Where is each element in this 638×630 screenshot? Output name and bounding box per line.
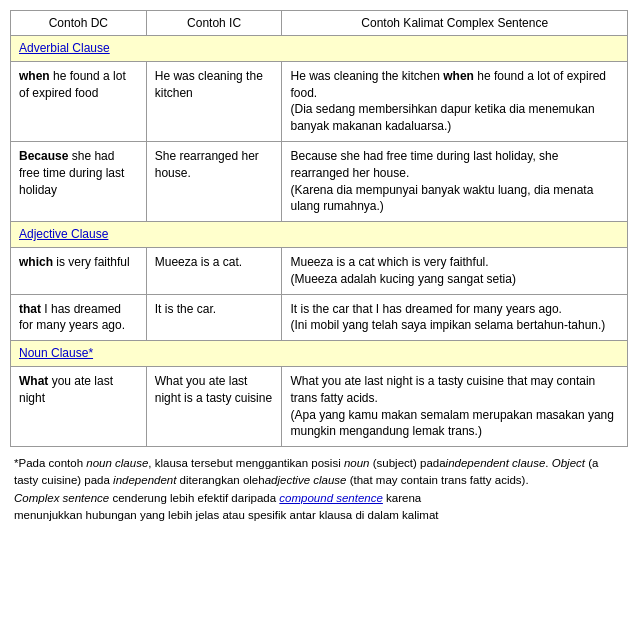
adjective-clause-link[interactable]: Adjective Clause [19, 227, 108, 241]
complex-cell: Mueeza is a cat which is very faithful.(… [282, 247, 628, 294]
complex-cell: What you ate last night is a tasty cuisi… [282, 366, 628, 446]
bold-term: Because [19, 149, 68, 163]
header-dc: Contoh DC [11, 11, 147, 36]
complex-cell: Because she had free time during last ho… [282, 141, 628, 221]
bold-term: when [19, 69, 50, 83]
bold-term: which [19, 255, 53, 269]
adverbial-clause-link[interactable]: Adverbial Clause [19, 41, 110, 55]
complex-cell: He was cleaning the kitchen when he foun… [282, 61, 628, 141]
notes-italic-independent: independent clause [446, 457, 546, 469]
ic-cell: Mueeza is a cat. [146, 247, 282, 294]
header-complex: Contoh Kalimat Complex Sentence [282, 11, 628, 36]
dc-cell: that I has dreamed for many years ago. [11, 294, 147, 341]
notes-italic-noun-clause: noun clause [86, 457, 148, 469]
section-adverbial: Adverbial Clause [11, 36, 628, 62]
notes-link-compound[interactable]: compound sentence [279, 492, 383, 504]
dc-cell: which is very faithful [11, 247, 147, 294]
table-row: What you ate last night What you ate las… [11, 366, 628, 446]
notes-italic-adjective: adjective clause [265, 474, 347, 486]
header-ic: Contoh IC [146, 11, 282, 36]
ic-cell: What you ate last night is a tasty cuisi… [146, 366, 282, 446]
ic-cell: It is the car. [146, 294, 282, 341]
section-adjective: Adjective Clause [11, 222, 628, 248]
notes-paragraph-2: Complex sentence cenderung lebih efektif… [14, 490, 624, 525]
dc-cell: Because she had free time during last ho… [11, 141, 147, 221]
table-row: when he found a lot of expired food He w… [11, 61, 628, 141]
notes-section: *Pada contoh noun clause, klausa tersebu… [10, 455, 628, 524]
main-table: Contoh DC Contoh IC Contoh Kalimat Compl… [10, 10, 628, 447]
bold-term: that [19, 302, 41, 316]
table-row: which is very faithful Mueeza is a cat. … [11, 247, 628, 294]
dc-cell: What you ate last night [11, 366, 147, 446]
bold-term: What [19, 374, 48, 388]
notes-italic-independent2: independent [113, 474, 176, 486]
notes-italic-noun: noun [344, 457, 370, 469]
complex-cell: It is the car that I has dreamed for man… [282, 294, 628, 341]
notes-italic-complex: Complex sentence [14, 492, 109, 504]
notes-italic-object: Object [552, 457, 585, 469]
dc-cell: when he found a lot of expired food [11, 61, 147, 141]
table-row: that I has dreamed for many years ago. I… [11, 294, 628, 341]
ic-cell: He was cleaning the kitchen [146, 61, 282, 141]
noun-clause-link[interactable]: Noun Clause* [19, 346, 93, 360]
notes-paragraph-1: *Pada contoh noun clause, klausa tersebu… [14, 455, 624, 490]
section-noun: Noun Clause* [11, 341, 628, 367]
table-row: Because she had free time during last ho… [11, 141, 628, 221]
bold-term: when [443, 69, 474, 83]
ic-cell: She rearranged her house. [146, 141, 282, 221]
